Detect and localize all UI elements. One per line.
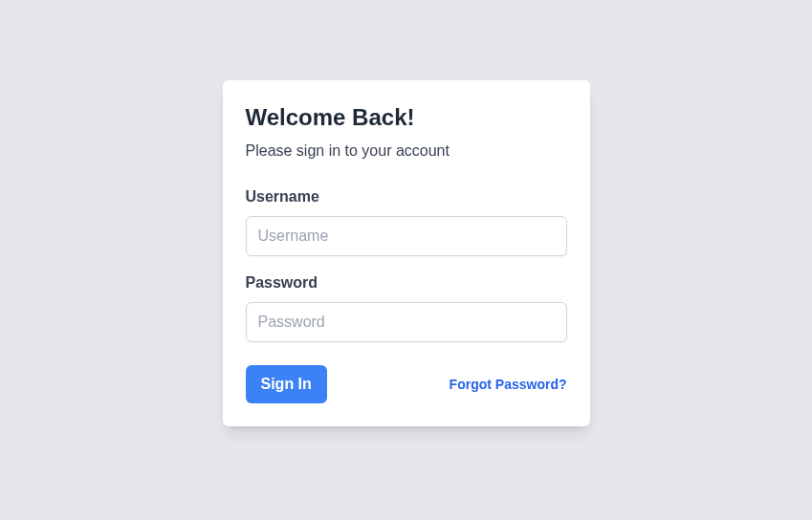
- username-group: Username: [246, 185, 567, 256]
- username-label: Username: [246, 185, 567, 208]
- card-title: Welcome Back!: [246, 103, 567, 132]
- forgot-password-link[interactable]: Forgot Password?: [450, 375, 567, 395]
- login-form: Username Password Sign In Forgot Passwor…: [246, 185, 567, 403]
- password-label: Password: [246, 271, 567, 294]
- card-subtitle: Please sign in to your account: [246, 140, 567, 162]
- page-container: Welcome Back! Please sign in to your acc…: [0, 0, 812, 426]
- username-input[interactable]: [246, 216, 567, 256]
- actions-row: Sign In Forgot Password?: [246, 365, 567, 403]
- password-input[interactable]: [246, 302, 567, 342]
- password-group: Password: [246, 271, 567, 342]
- login-card: Welcome Back! Please sign in to your acc…: [223, 80, 590, 426]
- sign-in-button[interactable]: Sign In: [246, 365, 327, 403]
